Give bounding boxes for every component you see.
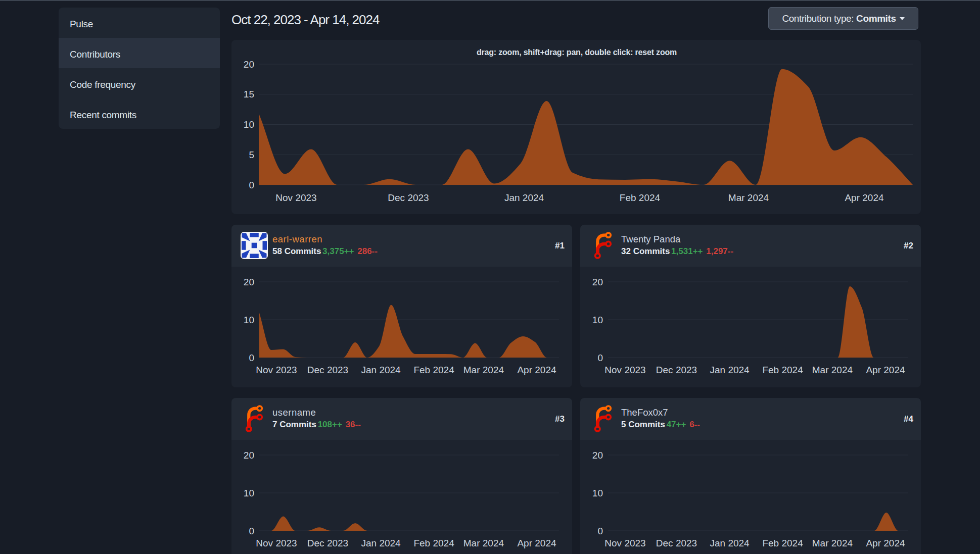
svg-text:Mar 2024: Mar 2024 [463,538,504,548]
svg-text:10: 10 [592,488,603,498]
svg-text:10: 10 [244,315,254,325]
svg-text:0: 0 [249,526,254,536]
svg-text:0: 0 [597,526,603,536]
svg-text:Dec 2023: Dec 2023 [656,538,697,548]
svg-text:Apr 2024: Apr 2024 [517,365,556,375]
svg-text:Nov 2023: Nov 2023 [604,365,645,375]
svg-text:Nov 2023: Nov 2023 [256,365,297,375]
svg-text:Nov 2023: Nov 2023 [604,538,645,548]
svg-text:Apr 2024: Apr 2024 [845,192,884,203]
svg-text:Jan 2024: Jan 2024 [504,192,544,203]
svg-text:Feb 2024: Feb 2024 [413,538,454,548]
svg-text:20: 20 [244,59,254,70]
svg-text:Jan 2024: Jan 2024 [361,365,401,375]
svg-text:Jan 2024: Jan 2024 [361,538,401,548]
svg-text:Dec 2023: Dec 2023 [656,365,697,375]
svg-text:5: 5 [249,149,254,160]
svg-text:Apr 2024: Apr 2024 [866,365,905,375]
svg-text:0: 0 [597,352,603,363]
svg-text:Apr 2024: Apr 2024 [866,538,905,548]
svg-text:Feb 2024: Feb 2024 [762,365,803,375]
svg-text:15: 15 [244,89,254,99]
svg-text:0: 0 [249,180,254,190]
svg-text:10: 10 [244,488,254,498]
svg-text:Jan 2024: Jan 2024 [710,538,750,548]
svg-text:Mar 2024: Mar 2024 [812,365,853,375]
svg-text:Apr 2024: Apr 2024 [517,538,556,548]
svg-text:20: 20 [592,450,603,461]
svg-text:Nov 2023: Nov 2023 [256,538,297,548]
svg-text:Mar 2024: Mar 2024 [812,538,853,548]
svg-text:Feb 2024: Feb 2024 [413,365,454,375]
svg-text:20: 20 [244,450,254,461]
svg-text:Dec 2023: Dec 2023 [307,538,348,548]
svg-text:0: 0 [249,352,254,363]
svg-text:Dec 2023: Dec 2023 [388,192,429,203]
svg-text:Dec 2023: Dec 2023 [307,365,348,375]
svg-text:Feb 2024: Feb 2024 [620,192,661,203]
svg-text:10: 10 [244,119,254,130]
svg-text:20: 20 [244,277,254,287]
svg-text:Jan 2024: Jan 2024 [710,365,750,375]
svg-text:Nov 2023: Nov 2023 [275,192,316,203]
svg-text:20: 20 [592,277,603,287]
svg-text:10: 10 [592,315,603,325]
svg-text:Feb 2024: Feb 2024 [762,538,803,548]
svg-text:Mar 2024: Mar 2024 [463,365,504,375]
svg-text:Mar 2024: Mar 2024 [728,192,769,203]
svg-text:drag: zoom, shift+drag: pan, d: drag: zoom, shift+drag: pan, double clic… [477,48,677,57]
